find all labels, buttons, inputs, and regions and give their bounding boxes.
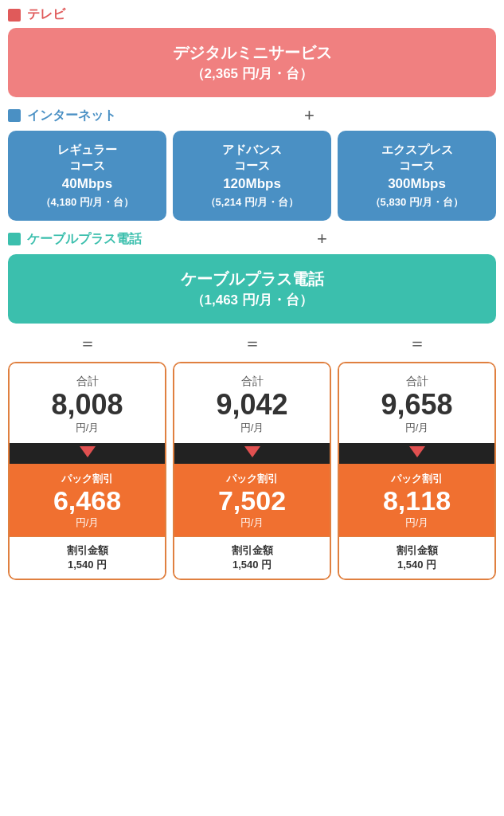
total-unit-3: 円/月: [344, 421, 490, 435]
discount-unit-1: 円/月: [14, 516, 160, 530]
total-arrow-1: [10, 443, 165, 464]
internet-card-advance: アドバンスコース 120Mbps （5,214 円/月・台）: [173, 131, 331, 221]
regular-card-price: （4,180 円/月・台）: [13, 195, 162, 210]
total-top-1: 合計 8,008 円/月: [10, 363, 165, 443]
equals-1: ＝: [8, 332, 166, 355]
total-discount-3: パック割引 8,118 円/月: [339, 464, 494, 536]
discount-amount-3: 8,118: [344, 486, 490, 516]
discount-label-1: パック割引: [14, 472, 160, 486]
internet-card-express: エクスプレスコース 300Mbps （5,830 円/月・台）: [338, 131, 496, 221]
discount-label-2: パック割引: [179, 472, 325, 486]
equals-3: ＝: [338, 332, 496, 355]
phone-card-price: （1,463 円/月・台）: [16, 291, 488, 309]
advance-card-name: アドバンスコース: [178, 142, 326, 173]
savings-info-3: 割引金額 1,540 円: [344, 543, 490, 572]
express-card-price: （5,830 円/月・台）: [342, 195, 491, 210]
total-unit-2: 円/月: [179, 421, 325, 435]
phone-service-card: ケーブルプラス電話 （1,463 円/月・台）: [8, 254, 496, 324]
total-unit-1: 円/月: [14, 421, 160, 435]
advance-card-price: （5,214 円/月・台）: [178, 195, 326, 210]
total-label-1: 合計: [14, 375, 160, 389]
savings-3: 割引金額 1,540 円: [339, 536, 494, 579]
internet-cards-row: レギュラーコース 40Mbps （4,180 円/月・台） アドバンスコース 1…: [8, 131, 496, 221]
internet-card-regular: レギュラーコース 40Mbps （4,180 円/月・台）: [8, 131, 166, 221]
discount-amount-1: 6,468: [14, 486, 160, 516]
internet-section-icon: [8, 109, 21, 122]
total-discount-1: パック割引 6,468 円/月: [10, 464, 165, 536]
internet-plus-sign: +: [304, 105, 315, 126]
savings-info-2: 割引金額 1,540 円: [179, 543, 325, 572]
savings-info-1: 割引金額 1,540 円: [14, 543, 160, 572]
total-discount-2: パック割引 7,502 円/月: [174, 464, 330, 536]
tv-card-price: （2,365 円/月・台）: [16, 65, 488, 83]
equals-2: ＝: [173, 332, 331, 355]
discount-unit-3: 円/月: [344, 516, 490, 530]
total-top-3: 合計 9,658 円/月: [339, 363, 494, 443]
total-label-3: 合計: [344, 375, 490, 389]
regular-card-name: レギュラーコース: [13, 142, 162, 173]
arrow-down-icon-3: [409, 446, 425, 457]
total-card-2: 合計 9,042 円/月 パック割引 7,502 円/月 割引金額 1,540 …: [173, 362, 331, 580]
total-card-3: 合計 9,658 円/月 パック割引 8,118 円/月 割引金額 1,540 …: [338, 362, 496, 580]
arrow-down-icon-2: [244, 446, 260, 457]
discount-label-3: パック割引: [344, 472, 490, 486]
total-arrow-2: [174, 443, 330, 464]
tv-section-title: テレビ: [27, 6, 65, 23]
total-amount-1: 8,008: [14, 389, 160, 421]
total-arrow-3: [339, 443, 494, 464]
phone-section-title: ケーブルプラス電話: [27, 231, 142, 248]
internet-section-title: インターネット: [27, 108, 116, 124]
total-cards-row: 合計 8,008 円/月 パック割引 6,468 円/月 割引金額 1,540 …: [8, 362, 496, 580]
express-card-speed: 300Mbps: [342, 176, 491, 192]
discount-amount-2: 7,502: [179, 486, 325, 516]
savings-1: 割引金額 1,540 円: [10, 536, 165, 579]
express-card-name: エクスプレスコース: [342, 142, 491, 173]
tv-service-card: デジタルミニサービス （2,365 円/月・台）: [8, 28, 496, 97]
tv-section-icon: [8, 9, 21, 22]
total-top-2: 合計 9,042 円/月: [174, 363, 330, 443]
discount-unit-2: 円/月: [179, 516, 325, 530]
total-label-2: 合計: [179, 375, 325, 389]
arrow-down-icon-1: [80, 446, 96, 457]
phone-plus-sign: +: [317, 229, 327, 249]
tv-card-title: デジタルミニサービス: [16, 42, 488, 63]
regular-card-speed: 40Mbps: [13, 176, 162, 192]
phone-card-title: ケーブルプラス電話: [16, 269, 488, 289]
advance-card-speed: 120Mbps: [178, 176, 326, 192]
total-amount-2: 9,042: [179, 389, 325, 421]
savings-2: 割引金額 1,540 円: [174, 536, 330, 579]
total-amount-3: 9,658: [344, 389, 490, 421]
equals-row: ＝ ＝ ＝: [8, 332, 496, 355]
phone-section-icon: [8, 233, 21, 245]
total-card-1: 合計 8,008 円/月 パック割引 6,468 円/月 割引金額 1,540 …: [8, 362, 166, 580]
